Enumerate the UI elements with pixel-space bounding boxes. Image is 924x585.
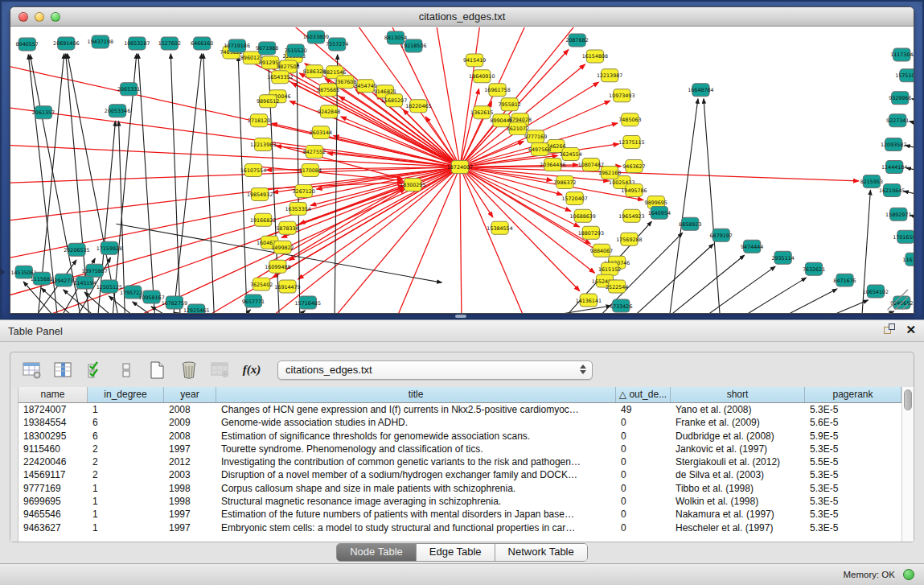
network-node[interactable]: 1170084 (299, 164, 322, 177)
network-node[interactable]: 9227341 (886, 114, 909, 127)
network-node[interactable]: 9884067 (590, 244, 613, 257)
network-node[interactable]: 12444184 (881, 161, 907, 174)
network-node[interactable]: 9777169 (524, 130, 547, 143)
network-node[interactable]: 1117304 (890, 48, 913, 61)
column-header-name[interactable]: name (18, 387, 88, 402)
network-node[interactable]: 16353354 (285, 202, 310, 215)
network-node[interactable]: 20053346 (105, 105, 130, 117)
network-node[interactable]: 7485063 (618, 113, 641, 126)
network-node[interactable]: 6879197 (710, 229, 733, 241)
table-row[interactable]: 977716911998Corpus callosum shape and si… (18, 482, 901, 495)
network-node[interactable]: 1527602 (158, 37, 181, 50)
network-node[interactable]: 17569288 (616, 233, 642, 245)
network-node[interactable]: 15892971 (885, 208, 911, 220)
network-node[interactable]: 19437198 (88, 35, 113, 48)
network-node[interactable]: 20364486 (540, 159, 565, 171)
table-row[interactable]: 1456911722003Disruption of a novel membe… (18, 468, 901, 481)
network-node[interactable]: 5878334 (276, 221, 298, 234)
network-node[interactable]: 9657771 (242, 295, 265, 307)
network-node[interactable]: 17016504 (893, 230, 914, 243)
network-view-window[interactable]: citations_edges.txt 74638228960123891295… (10, 6, 914, 314)
network-node[interactable]: 15720407 (561, 192, 587, 204)
network-node[interactable]: 20691406 (53, 37, 79, 50)
table-scrollbar[interactable] (901, 387, 914, 542)
network-node[interactable]: 8427552 (303, 146, 326, 159)
network-node[interactable]: 14136141 (576, 294, 602, 307)
column-header-out-de-[interactable]: △ out_de... (616, 387, 671, 402)
network-node[interactable]: 18807293 (578, 226, 604, 239)
table-row[interactable]: 946554611997Estimation of the future num… (18, 508, 901, 521)
table-row[interactable]: 946362711997Embryonic stem cells: a mode… (18, 521, 901, 534)
tab-node-table[interactable]: Node Table (337, 544, 417, 561)
network-node[interactable]: 7955812 (499, 98, 521, 111)
network-node[interactable]: 1115682 (31, 272, 53, 285)
network-node[interactable]: 16648784 (688, 84, 713, 97)
table-settings-icon[interactable] (22, 360, 43, 381)
network-node[interactable]: 9671988 (256, 42, 278, 55)
network-node[interactable]: 7357274 (326, 38, 348, 51)
network-node[interactable]: 3624554 (559, 148, 581, 161)
network-node[interactable]: 7625402 (250, 278, 273, 290)
network-node[interactable]: 15384554 (487, 221, 512, 234)
network-node[interactable]: 2603144 (310, 126, 332, 139)
network-node[interactable]: 9242848 (318, 105, 340, 118)
column-header-title[interactable]: title (216, 387, 616, 402)
table-row[interactable]: 1938455462009Genome-wide association stu… (18, 416, 901, 429)
network-node[interactable]: 1733426 (610, 299, 632, 312)
network-node[interactable]: 2087682 (565, 34, 588, 47)
network-node[interactable]: 2061357 (32, 106, 55, 119)
network-node[interactable]: 10654102 (863, 285, 889, 298)
network-node[interactable]: 8186328 (303, 65, 326, 78)
network-canvas-container[interactable]: 7463822896012389129542226058982750816543… (10, 27, 914, 313)
network-node[interactable]: 16154808 (582, 50, 608, 63)
network-node[interactable]: 6466160 (191, 37, 213, 50)
network-node[interactable]: 12375115 (618, 136, 644, 149)
splitter-handle[interactable] (455, 315, 466, 318)
network-node[interactable]: 8471676 (833, 274, 856, 286)
network-node[interactable]: 12213987 (597, 69, 622, 82)
select-columns-icon[interactable] (84, 360, 105, 381)
network-node[interactable]: 2065331 (117, 83, 140, 96)
network-node[interactable]: 10973493 (609, 89, 634, 102)
close-panel-icon[interactable]: ✕ (906, 323, 916, 336)
network-node[interactable]: 7986372 (553, 175, 576, 188)
column-header-in-degree[interactable]: in_degree (88, 387, 164, 402)
tab-edge-table[interactable]: Edge Table (417, 544, 495, 561)
network-node[interactable]: 2718120 (248, 114, 270, 127)
network-node[interactable]: 2522544 (606, 280, 628, 293)
table-row[interactable]: 911546021997Tourette syndrome. Phenomeno… (18, 443, 901, 455)
network-node[interactable]: 8858923 (679, 217, 701, 230)
network-node[interactable]: 15716485 (295, 296, 321, 309)
network-node[interactable]: 8940557 (16, 38, 39, 51)
network-node[interactable]: 9415419 (463, 54, 486, 67)
table-row[interactable]: 2242004622012Investigating the contribut… (18, 455, 901, 468)
network-node[interactable]: 12093582 (881, 138, 906, 151)
row-height-icon[interactable] (116, 360, 137, 381)
delete-column-icon[interactable] (179, 360, 199, 381)
column-header-pagerank[interactable]: pagerank (805, 387, 901, 402)
network-node[interactable]: 1167533 (902, 253, 914, 266)
network-window-titlebar[interactable]: citations_edges.txt (10, 7, 914, 27)
network-node[interactable]: 2935114 (771, 251, 794, 264)
network-node[interactable]: 9463627 (622, 160, 645, 173)
network-node[interactable]: 1640954 (648, 206, 671, 219)
network-canvas[interactable]: 7463822896012389129542226058982750816543… (10, 27, 914, 313)
network-node[interactable]: 1962160 (598, 167, 621, 179)
network-node[interactable]: 9875685 (317, 84, 339, 97)
new-column-icon[interactable] (147, 360, 168, 381)
network-node[interactable]: 1145194 (73, 276, 96, 289)
float-window-icon[interactable] (884, 323, 896, 336)
table-row[interactable]: 1830029562008Estimation of significance … (18, 430, 901, 443)
function-builder-icon[interactable]: f(x) (241, 360, 262, 381)
network-node[interactable]: 6497568 (528, 143, 551, 156)
network-node[interactable]: 19166822 (250, 213, 276, 226)
network-node[interactable]: 1499822 (271, 241, 294, 253)
table-row[interactable]: 969969511998Structural magnetic resonanc… (18, 495, 901, 508)
memory-ok-indicator[interactable] (903, 569, 914, 580)
collapse-panel-icon[interactable] (0, 268, 5, 276)
network-node[interactable]: 8215953 (860, 175, 883, 187)
column-header-year[interactable]: year (164, 387, 216, 402)
network-node[interactable]: 15751074 (895, 69, 914, 82)
network-node[interactable]: 3267120 (293, 184, 315, 197)
network-node[interactable]: 19654923 (618, 209, 644, 222)
